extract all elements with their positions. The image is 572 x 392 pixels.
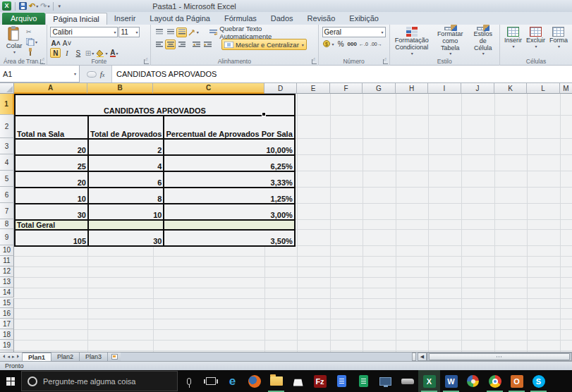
row-header-1[interactable]: 1: [0, 94, 14, 115]
cell-header-C2[interactable]: Percentual de Aprovados Por Sala: [164, 116, 294, 139]
conditional-formatting-button[interactable]: Formatação Condicional▾: [392, 26, 432, 57]
decrease-decimal-button[interactable]: .00→: [370, 39, 383, 49]
taskbar-icon-google-docs[interactable]: [331, 370, 353, 392]
cell-B7[interactable]: 10: [88, 204, 164, 220]
column-header-A[interactable]: A: [14, 83, 87, 94]
column-header-I[interactable]: I: [428, 83, 461, 94]
increase-decimal-button[interactable]: ←.0: [358, 39, 369, 49]
task-view-button[interactable]: [200, 370, 221, 392]
column-header-E[interactable]: E: [297, 83, 330, 94]
cell-C8[interactable]: [164, 220, 294, 230]
taskbar-icon-edge[interactable]: e: [221, 370, 243, 392]
sheet-nav-buttons[interactable]: ⏴◂▸⏵: [0, 353, 23, 361]
cell-C7[interactable]: 3,00%: [164, 204, 294, 220]
taskbar-icon-outlook[interactable]: O: [506, 370, 528, 392]
column-header-G[interactable]: G: [363, 83, 396, 94]
number-format-combo[interactable]: Geral▾: [322, 27, 386, 37]
tab-inserir[interactable]: Inserir: [107, 13, 143, 25]
horizontal-scrollbar[interactable]: [427, 353, 572, 361]
font-color-button[interactable]: A▾: [109, 48, 119, 58]
taskbar-icon-chrome[interactable]: [484, 370, 506, 392]
tab-fórmulas[interactable]: Fórmulas: [217, 13, 264, 25]
cell-A7[interactable]: 30: [15, 204, 88, 220]
taskbar-icon-google-sheets[interactable]: [353, 370, 375, 392]
hscroll-left-button[interactable]: ◀: [418, 353, 427, 361]
align-right-button[interactable]: [176, 39, 187, 49]
cell-A1-title[interactable]: CANDIDATOS APROVADOS: [15, 94, 295, 116]
row-header-16[interactable]: 16: [0, 308, 14, 319]
row-header-14[interactable]: 14: [0, 288, 14, 298]
row-header-10[interactable]: 10: [0, 245, 14, 256]
cell-B8[interactable]: [88, 220, 164, 230]
accounting-format-button[interactable]: $▾: [322, 39, 335, 49]
tab-arquivo[interactable]: Arquivo: [2, 13, 45, 25]
align-top-button[interactable]: [154, 27, 164, 37]
format-cells-button[interactable]: Forma▾: [547, 26, 570, 57]
row-header-7[interactable]: 7: [0, 203, 14, 219]
row-header-15[interactable]: 15: [0, 298, 14, 309]
sheet-tab-plan1[interactable]: Plan1: [23, 353, 51, 361]
font-name-combo[interactable]: Calibri▾: [50, 27, 118, 37]
row-header-8[interactable]: 8: [0, 219, 14, 229]
row-header-19[interactable]: 19: [0, 340, 14, 350]
taskbar-icon-excel[interactable]: X: [418, 370, 440, 392]
column-header-J[interactable]: J: [461, 83, 494, 94]
cell-C4[interactable]: 6,25%: [164, 155, 294, 171]
underline-button[interactable]: S: [73, 48, 83, 58]
cell-A9[interactable]: 105: [15, 230, 88, 246]
taskbar-icon-file-explorer[interactable]: [265, 370, 287, 392]
taskbar-icon-firefox[interactable]: [243, 370, 265, 392]
taskbar-icon-scanner[interactable]: [396, 370, 418, 392]
taskbar-icon-remote-desktop[interactable]: [375, 370, 396, 392]
column-header-M[interactable]: M: [560, 83, 572, 94]
cell-styles-button[interactable]: Estilos de Célula▾: [468, 26, 497, 57]
tab-exibição[interactable]: Exibição: [342, 13, 386, 25]
cell-A8-total-label[interactable]: Total Geral: [15, 220, 88, 230]
alignment-dialog-launcher[interactable]: [312, 59, 317, 64]
font-dialog-launcher[interactable]: [144, 59, 149, 64]
cell-A4[interactable]: 25: [15, 155, 88, 171]
align-bottom-button[interactable]: [176, 27, 187, 37]
column-header-H[interactable]: H: [396, 83, 428, 94]
column-header-C[interactable]: C: [153, 83, 264, 94]
cell-C3[interactable]: 10,00%: [164, 139, 294, 155]
cell-C6[interactable]: 1,25%: [164, 188, 294, 204]
taskbar-icon-skype[interactable]: S: [528, 370, 549, 392]
insert-cells-button[interactable]: Inserir▾: [502, 26, 524, 57]
format-painter-button[interactable]: [26, 47, 37, 56]
next-sheet-icon[interactable]: ▸: [12, 354, 15, 360]
formula-input[interactable]: CANDIDATOS APROVADOS: [111, 66, 572, 82]
sheet-tab-plan2[interactable]: Plan2: [51, 353, 80, 361]
grow-font-button[interactable]: A˄: [50, 38, 61, 48]
column-header-K[interactable]: K: [494, 83, 527, 94]
cell-A6[interactable]: 10: [15, 188, 88, 204]
last-sheet-icon[interactable]: ⏵: [17, 354, 20, 360]
comma-style-button[interactable]: 000: [347, 39, 358, 49]
cut-button[interactable]: ✂: [26, 27, 37, 36]
copy-button[interactable]: ▾: [26, 37, 37, 46]
row-header-3[interactable]: 3: [0, 138, 14, 154]
merge-center-button[interactable]: Mesclar e Centralizar▾: [221, 39, 307, 50]
start-button[interactable]: [0, 370, 21, 392]
sheet-area[interactable]: 12345678910111213141516171819CANDIDATOS …: [0, 94, 572, 352]
number-dialog-launcher[interactable]: [383, 59, 388, 64]
tab-split-handle[interactable]: [412, 353, 416, 361]
percent-style-button[interactable]: %: [336, 39, 346, 49]
row-header-9[interactable]: 9: [0, 229, 14, 245]
italic-button[interactable]: I: [61, 48, 72, 58]
column-header-B[interactable]: B: [87, 83, 153, 94]
hscroll-thumb[interactable]: [429, 353, 570, 360]
fill-color-button[interactable]: ▾: [95, 48, 108, 58]
taskbar-search[interactable]: Pergunte-me alguma coisa: [21, 371, 178, 391]
cell-C5[interactable]: 3,33%: [164, 171, 294, 188]
tab-revisão[interactable]: Revisão: [300, 13, 343, 25]
row-header-18[interactable]: 18: [0, 329, 14, 340]
row-header-12[interactable]: 12: [0, 267, 14, 277]
align-middle-button[interactable]: [165, 27, 176, 37]
row-header-2[interactable]: 2: [0, 115, 14, 138]
cell-A3[interactable]: 20: [15, 139, 88, 155]
row-header-4[interactable]: 4: [0, 154, 14, 171]
format-as-table-button[interactable]: Formatar como Tabela▾: [432, 26, 468, 57]
cell-header-A2[interactable]: Total na Sala: [15, 116, 88, 139]
bold-button[interactable]: N: [50, 48, 61, 58]
